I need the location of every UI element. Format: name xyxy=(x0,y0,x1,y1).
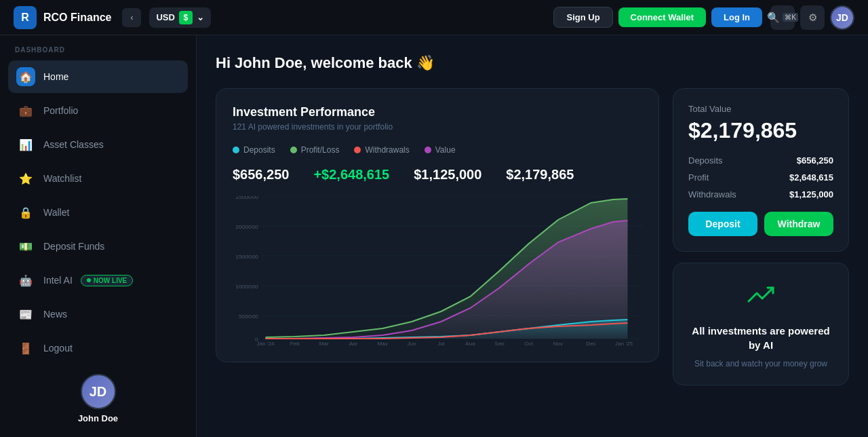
svg-text:Mar: Mar xyxy=(319,341,329,345)
home-icon: 🏠 xyxy=(16,67,35,86)
chart-card: Investment Performance 121 AI powered in… xyxy=(216,88,659,362)
main-content: Hi John Doe, welcome back 👋 Investment P… xyxy=(197,35,868,437)
svg-text:Aug: Aug xyxy=(465,341,475,345)
legend-label-value: Value xyxy=(435,145,456,155)
watchlist-icon: ⭐ xyxy=(16,169,35,188)
chart-svg: 2500000 2000000 1500000 1000000 500000 0 xyxy=(233,196,642,345)
chart-value-deposits: $656,250 xyxy=(233,167,289,183)
sidebar-item-label-home: Home xyxy=(43,71,68,82)
trending-up-icon xyxy=(688,278,833,317)
user-avatar-image: JD xyxy=(831,7,853,28)
login-button[interactable]: Log In xyxy=(711,7,762,27)
total-value-chart: $2,179,865 xyxy=(506,167,574,183)
live-dot xyxy=(87,278,91,282)
sidebar-item-label-wallet: Wallet xyxy=(43,207,69,218)
sidebar-item-deposit-funds[interactable]: 💵 Deposit Funds xyxy=(8,230,188,263)
svg-text:1000000: 1000000 xyxy=(235,283,258,290)
chart-value-withdrawals: $1,125,000 xyxy=(414,167,481,183)
chevron-down-icon: ⌄ xyxy=(197,12,204,22)
action-buttons: Deposit Withdraw xyxy=(688,212,833,236)
sidebar-item-wallet[interactable]: 🔒 Wallet xyxy=(8,196,188,229)
sidebar-item-news[interactable]: 📰 News xyxy=(8,298,188,330)
search-button[interactable]: 🔍 ⌘K xyxy=(770,5,795,30)
intel-ai-icon: 🤖 xyxy=(16,271,35,290)
sidebar-item-label-portfolio: Portfolio xyxy=(43,105,78,116)
svg-text:2000000: 2000000 xyxy=(235,223,258,230)
svg-text:Nov: Nov xyxy=(553,341,563,345)
currency-label: USD xyxy=(156,12,174,22)
withdraw-button[interactable]: Withdraw xyxy=(764,212,833,236)
sidebar-item-label-deposit-funds: Deposit Funds xyxy=(43,241,104,252)
sidebar-item-home[interactable]: 🏠 Home xyxy=(8,60,188,93)
withdrawals-value: $1,125,000 xyxy=(414,167,481,183)
deposits-row-label: Deposits xyxy=(688,155,723,166)
deposits-row: Deposits $656,250 xyxy=(688,155,833,166)
side-panel: Total Value $2,179,865 Deposits $656,250… xyxy=(673,88,849,385)
gear-icon: ⚙ xyxy=(808,12,817,24)
live-badge-label: NOW LIVE xyxy=(94,277,127,284)
svg-text:Dec: Dec xyxy=(586,341,595,345)
legend-label-profit: Profit/Loss xyxy=(301,145,340,155)
main-layout: DASHBOARD 🏠 Home 💼 Portfolio 📊 Asset Cla… xyxy=(0,35,868,437)
welcome-heading: Hi John Doe, welcome back 👋 xyxy=(216,54,849,72)
ai-card-description: Sit back and watch your money grow xyxy=(688,358,833,370)
profit-value: +$2,648,615 xyxy=(313,167,389,183)
legend-dot-profit xyxy=(290,147,297,153)
legend-dot-deposits xyxy=(233,147,239,153)
withdrawals-row-value: $1,125,000 xyxy=(789,189,833,200)
sidebar-item-label-watchlist: Watchlist xyxy=(43,173,81,184)
legend-dot-value xyxy=(425,147,431,153)
sidebar-collapse-button[interactable]: ‹ xyxy=(122,8,141,27)
deposits-row-value: $656,250 xyxy=(797,155,833,166)
legend-deposits: Deposits xyxy=(233,145,275,155)
total-value-number: $2,179,865 xyxy=(688,118,833,143)
profit-row-value: $2,648,615 xyxy=(789,172,833,183)
currency-selector[interactable]: USD $ ⌄ xyxy=(149,7,210,28)
user-avatar-topbar[interactable]: JD xyxy=(830,5,854,30)
search-icon: 🔍 xyxy=(767,12,780,24)
sidebar-item-portfolio[interactable]: 💼 Portfolio xyxy=(8,94,188,127)
svg-text:2500000: 2500000 xyxy=(235,196,258,200)
svg-text:Oct: Oct xyxy=(525,341,534,345)
sidebar-item-watchlist[interactable]: ⭐ Watchlist xyxy=(8,162,188,195)
sidebar-item-label-intel-ai: Intel AI xyxy=(43,275,73,286)
profit-row-label: Profit xyxy=(688,172,709,183)
deposits-value: $656,250 xyxy=(233,167,289,183)
ai-card-title: All investments are powered by AI xyxy=(688,324,833,352)
chart-value-total: $2,179,865 xyxy=(506,167,574,183)
connect-wallet-button[interactable]: Connect Wallet xyxy=(618,7,706,27)
logout-icon: 🚪 xyxy=(16,339,35,358)
sidebar-item-label-logout: Logout xyxy=(43,343,73,354)
svg-text:Feb: Feb xyxy=(290,341,300,345)
sidebar-item-intel-ai[interactable]: 🤖 Intel AI NOW LIVE xyxy=(8,264,188,297)
svg-text:Jul: Jul xyxy=(437,341,445,345)
profit-row: Profit $2,648,615 xyxy=(688,172,833,183)
signup-button[interactable]: Sign Up xyxy=(553,7,612,28)
legend-profit: Profit/Loss xyxy=(290,145,340,155)
topbar-icons: 🔍 ⌘K ⚙ JD xyxy=(770,5,854,30)
total-value-card: Total Value $2,179,865 Deposits $656,250… xyxy=(673,88,849,252)
legend-label-deposits: Deposits xyxy=(243,145,275,155)
svg-text:Jun: Jun xyxy=(408,341,416,345)
sidebar-item-logout[interactable]: 🚪 Logout xyxy=(8,332,188,364)
portfolio-icon: 💼 xyxy=(16,101,35,120)
wallet-icon: 🔒 xyxy=(16,203,35,222)
deposit-funds-icon: 💵 xyxy=(16,237,35,256)
svg-text:500000: 500000 xyxy=(239,313,258,320)
sidebar: DASHBOARD 🏠 Home 💼 Portfolio 📊 Asset Cla… xyxy=(0,35,197,437)
settings-button[interactable]: ⚙ xyxy=(800,5,825,30)
svg-text:May: May xyxy=(377,341,387,345)
asset-classes-icon: 📊 xyxy=(16,135,35,154)
chart-value-profit: +$2,648,615 xyxy=(313,167,389,183)
user-avatar: JD xyxy=(81,374,116,409)
deposit-button[interactable]: Deposit xyxy=(688,212,757,236)
investment-chart: 2500000 2000000 1500000 1000000 500000 0 xyxy=(233,196,642,345)
legend-label-withdrawals: Withdrawals xyxy=(365,145,409,155)
legend-value: Value xyxy=(425,145,456,155)
sidebar-item-asset-classes[interactable]: 📊 Asset Classes xyxy=(8,128,188,161)
logo-icon: R xyxy=(14,6,37,29)
value-area xyxy=(266,221,628,339)
svg-text:Jan '24: Jan '24 xyxy=(257,341,275,345)
sidebar-item-label-asset-classes: Asset Classes xyxy=(43,139,104,150)
svg-text:Sep: Sep xyxy=(494,341,505,345)
